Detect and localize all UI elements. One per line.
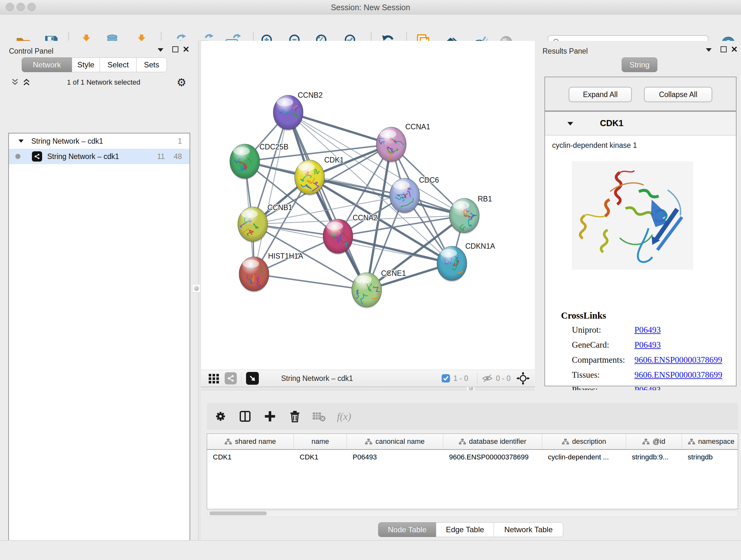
expander-triangle-icon[interactable] xyxy=(567,121,574,126)
crosslink-compartments-link[interactable]: 9606.ENSP00000378699 xyxy=(634,355,722,365)
crosslink-row-genecard: GeneCard:P06493 xyxy=(572,340,609,350)
table-cell[interactable]: stringdb:9... xyxy=(626,450,682,464)
string-network-graph[interactable]: CCNB2CCNA1CDC25BCDK1CDC6RB1CCNB1CCNA2CDK… xyxy=(201,41,535,370)
column-header-canonical-name[interactable]: canonical name xyxy=(347,434,443,449)
table-cell[interactable]: P06493 xyxy=(347,450,443,464)
crosslink-tissues-link[interactable]: 9606.ENSP00000378699 xyxy=(634,370,722,380)
column-header--id[interactable]: @id xyxy=(626,434,682,449)
detach-view-button[interactable] xyxy=(246,372,259,385)
tab-style[interactable]: Style xyxy=(72,57,100,72)
control-panel-title: Control Panel xyxy=(9,47,53,56)
table-cell[interactable]: CDK1 xyxy=(207,450,294,464)
network-node-HIST1H1A[interactable] xyxy=(239,257,269,293)
column-header-shared-name[interactable]: shared name xyxy=(207,434,294,449)
collapse-all-button[interactable]: Collapse All xyxy=(644,87,712,102)
results-float-button[interactable] xyxy=(720,46,727,52)
network-collection-row[interactable]: String Network – cdk1 1 xyxy=(9,133,190,149)
tab-string[interactable]: String xyxy=(622,57,657,72)
table-cell[interactable]: CDK1 xyxy=(294,450,347,464)
results-close-button[interactable] xyxy=(731,46,738,52)
tab-node-table[interactable]: Node Table xyxy=(378,522,436,537)
network-list: String Network – cdk1 1 String Network –… xyxy=(8,133,190,560)
current-network-title: String Network – cdk1 xyxy=(281,374,353,383)
network-node-CDK1[interactable] xyxy=(294,160,325,196)
node-table: shared namenamecanonical namedatabase id… xyxy=(207,434,738,509)
delete-table-icon-disabled[interactable] xyxy=(312,411,326,422)
tab-sets[interactable]: Sets xyxy=(136,57,167,72)
table-settings-gear-icon[interactable] xyxy=(214,410,226,422)
expand-all-chevron-icon[interactable] xyxy=(22,78,30,86)
chevron-down-icon xyxy=(706,48,712,52)
expander-triangle-icon[interactable] xyxy=(18,138,24,144)
network-badge-gray-icon[interactable] xyxy=(225,372,237,384)
tab-edge-table[interactable]: Edge Table xyxy=(436,522,494,537)
node-label-RB1: RB1 xyxy=(478,195,492,203)
left-splitter-handle[interactable] xyxy=(192,284,200,293)
close-icon xyxy=(731,46,737,52)
table-cell[interactable]: stringdb xyxy=(682,450,738,464)
expand-all-button[interactable]: Expand All xyxy=(569,87,632,102)
network-selection-row: 1 of 1 Network selected ⚙ xyxy=(0,75,198,89)
network-canvas[interactable]: CCNB2CCNA1CDC25BCDK1CDC6RB1CCNB1CCNA2CDK… xyxy=(201,41,535,370)
hidden-eye-icon[interactable] xyxy=(482,374,493,383)
close-icon xyxy=(183,46,189,52)
collapse-all-chevron-icon[interactable] xyxy=(11,78,19,86)
crosslink-row-uniprot: Uniprot:P06493 xyxy=(572,325,601,335)
float-window-icon xyxy=(172,46,179,52)
network-node-CDC6[interactable] xyxy=(390,178,420,214)
tab-network-table[interactable]: Network Table xyxy=(494,522,563,537)
column-namespace-tree-icon xyxy=(643,438,650,445)
network-node-CCNA1[interactable] xyxy=(376,127,406,163)
function-builder-fx-icon[interactable]: f(x) xyxy=(337,411,351,422)
network-edges[interactable] xyxy=(245,112,464,290)
scrollbar-thumb[interactable] xyxy=(209,511,267,515)
tab-network[interactable]: Network xyxy=(22,57,72,72)
selected-checkbox-icon[interactable] xyxy=(441,374,450,383)
tab-select[interactable]: Select xyxy=(99,57,137,72)
panel-close-button[interactable] xyxy=(183,46,190,52)
network-node-CCNB1[interactable] xyxy=(238,207,268,243)
crosslink-uniprot-link[interactable]: P06493 xyxy=(634,325,661,335)
column-namespace-tree-icon xyxy=(225,438,232,445)
results-menu-button[interactable] xyxy=(705,47,712,53)
string-network-badge-icon xyxy=(32,151,42,162)
separator xyxy=(477,373,477,384)
network-node-CCNB2[interactable] xyxy=(270,95,305,131)
protein-header-row[interactable]: CDK1 xyxy=(545,112,736,135)
column-header-description[interactable]: description xyxy=(542,434,626,449)
grid-view-icon[interactable] xyxy=(208,373,219,384)
add-column-plus-icon[interactable] xyxy=(264,410,276,423)
panel-menu-button[interactable] xyxy=(157,47,164,53)
network-node-RB1[interactable] xyxy=(449,198,479,234)
delete-column-trash-icon[interactable] xyxy=(288,410,301,423)
network-node-CCNA2[interactable] xyxy=(323,219,353,255)
column-namespace-tree-icon xyxy=(688,438,695,445)
hidden-count: 0 - 0 xyxy=(496,374,511,383)
network-row-selected[interactable]: String Network – cdk1 11 48 xyxy=(9,149,190,164)
node-label-CCNB2: CCNB2 xyxy=(298,91,323,99)
network-node-CDC25B[interactable] xyxy=(230,144,260,180)
network-view-toolbar: String Network – cdk1 1 - 0 0 - 0 xyxy=(201,370,535,387)
node-label-CDC25B: CDC25B xyxy=(259,143,288,151)
network-node-CCNE1[interactable] xyxy=(352,273,382,308)
column-header-database-identifier[interactable]: database identifier xyxy=(443,434,542,449)
crosshair-icon[interactable] xyxy=(516,372,530,385)
current-network-dot-icon xyxy=(15,154,20,159)
crosslink-genecard-link[interactable]: P06493 xyxy=(634,340,661,350)
table-row[interactable]: CDK1CDK1P064939606.ENSP00000378699cyclin… xyxy=(207,450,738,464)
gear-icon[interactable]: ⚙ xyxy=(177,76,186,89)
show-columns-icon[interactable] xyxy=(239,410,252,423)
column-header-name[interactable]: name xyxy=(294,434,347,449)
table-panel-tabs: Node Table Edge Table Network Table xyxy=(378,522,563,537)
crosslink-row-compartments: Compartments:9606.ENSP00000378699 xyxy=(572,355,625,365)
table-horizontal-scrollbar[interactable] xyxy=(207,510,738,517)
node-label-CDKN1A: CDKN1A xyxy=(465,242,495,250)
network-node-CDKN1A[interactable] xyxy=(437,246,469,282)
table-cell[interactable]: 9606.ENSP00000378699 xyxy=(443,450,542,464)
panel-float-button[interactable] xyxy=(172,46,179,52)
network-node-count: 11 xyxy=(157,152,165,161)
table-header-row: shared namenamecanonical namedatabase id… xyxy=(207,434,738,450)
table-cell[interactable]: cyclin-dependent ... xyxy=(542,450,626,464)
column-header-namespace[interactable]: namespace xyxy=(682,434,738,449)
results-panel-title: Results Panel xyxy=(542,47,588,56)
